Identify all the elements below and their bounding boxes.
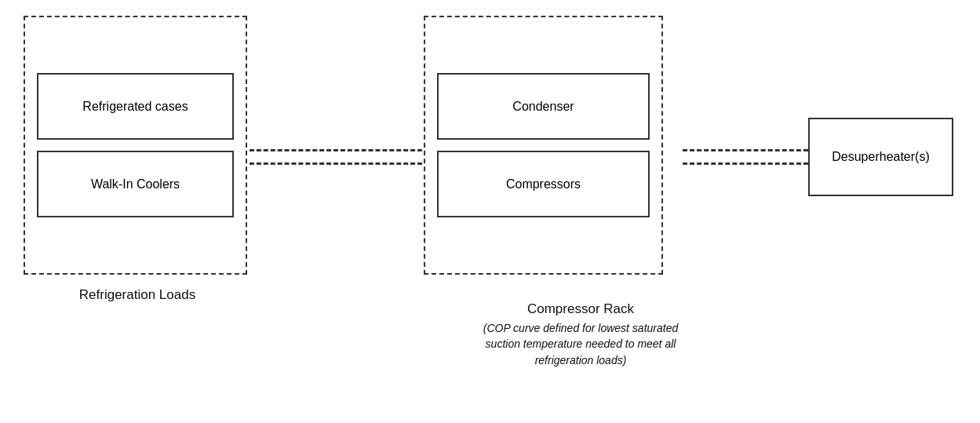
compressors-label: Compressors bbox=[506, 177, 581, 191]
desuperheater-box: Desuperheater(s) bbox=[808, 118, 953, 196]
compressor-rack-group: Condenser Compressors bbox=[424, 16, 667, 275]
connector-rack-desuperheater bbox=[683, 149, 808, 165]
double-dashed-line-right bbox=[683, 149, 808, 165]
line-top-2 bbox=[683, 149, 808, 151]
line-bot-2 bbox=[683, 162, 808, 165]
compressors-box: Compressors bbox=[437, 151, 650, 217]
refrigerated-cases-box: Refrigerated cases bbox=[37, 73, 234, 140]
line-bot-1 bbox=[250, 162, 422, 165]
rack-caption-line3: refrigeration loads) bbox=[535, 354, 627, 366]
line-top-1 bbox=[250, 149, 422, 151]
refrigeration-loads-group: Refrigerated cases Walk-In Coolers Refri… bbox=[24, 16, 251, 303]
loads-outer-border: Refrigerated cases Walk-In Coolers bbox=[24, 16, 247, 275]
desuperheater-label: Desuperheater(s) bbox=[832, 150, 930, 164]
loads-label: Refrigeration Loads bbox=[24, 287, 251, 303]
rack-caption: (COP curve defined for lowest saturated … bbox=[424, 320, 738, 368]
walk-in-coolers-label: Walk-In Coolers bbox=[91, 177, 180, 191]
double-dashed-line-left bbox=[250, 149, 422, 165]
condenser-label: Condenser bbox=[512, 100, 574, 114]
rack-label: Compressor Rack bbox=[424, 301, 738, 317]
rack-label-group: Compressor Rack (COP curve defined for l… bbox=[424, 289, 738, 368]
refrigerated-cases-label: Refrigerated cases bbox=[82, 100, 188, 114]
connector-loads-rack bbox=[250, 149, 422, 165]
rack-outer-border: Condenser Compressors bbox=[424, 16, 663, 275]
walk-in-coolers-box: Walk-In Coolers bbox=[37, 151, 234, 217]
rack-caption-line2: suction temperature needed to meet all bbox=[486, 337, 676, 350]
rack-caption-line1: (COP curve defined for lowest saturated bbox=[483, 322, 679, 334]
condenser-box: Condenser bbox=[437, 73, 650, 140]
